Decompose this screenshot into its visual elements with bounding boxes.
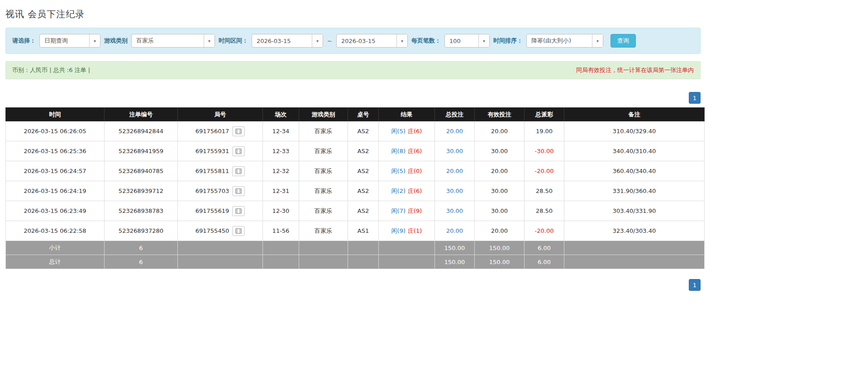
cell-valid-bet: 20.00 [475, 221, 525, 241]
summary-count: 6 [105, 241, 178, 255]
cell-session: 12-32 [263, 161, 299, 181]
cell-time: 2026-03-15 06:24:19 [6, 181, 105, 201]
cell-payout: 19.00 [525, 121, 564, 141]
column-header: 有效投注 [475, 108, 525, 121]
cell-game-type: 百家乐 [299, 121, 348, 141]
chevron-down-icon: ▾ [312, 34, 323, 47]
video-replay-icon[interactable] [232, 166, 245, 176]
total-bet-link[interactable]: 30.00 [446, 207, 463, 214]
date-to-select[interactable]: 2026-03-15 ▾ [336, 34, 408, 48]
summary-total-bet: 150.00 [435, 241, 475, 255]
cell-round-id: 691755619 [178, 201, 263, 221]
result-player: 闲(9) [391, 227, 405, 234]
result-player: 闲(5) [391, 128, 405, 135]
search-button[interactable]: 查询 [610, 34, 636, 48]
sort-value: 降幂(由大到小) [527, 34, 592, 47]
cell-note: 331.90/360.40 [564, 181, 705, 201]
summary-total-bet: 150.00 [435, 255, 475, 269]
cell-result: 闲(5)庄(0) [379, 161, 435, 181]
result-banker: 庄(0) [408, 168, 422, 174]
column-header: 注单编号 [105, 108, 178, 121]
summary-valid-bet: 150.00 [475, 255, 525, 269]
cell-round-id: 691755703 [178, 181, 263, 201]
summary-empty-cell [379, 255, 435, 269]
cell-session: 12-30 [263, 201, 299, 221]
pagination-page-1[interactable]: 1 [689, 92, 701, 104]
summary-label: 小计 [6, 241, 105, 255]
cell-time: 2026-03-15 06:23:49 [6, 201, 105, 221]
summary-empty-cell [379, 241, 435, 255]
cell-table-no: AS2 [348, 121, 379, 141]
result-banker: 庄(6) [408, 128, 422, 135]
cell-result: 闲(2)庄(6) [379, 181, 435, 201]
summary-row: 小计 6 150.00 150.00 6.00 [6, 241, 705, 255]
video-replay-icon[interactable] [232, 206, 245, 216]
cell-time: 2026-03-15 06:22:58 [6, 221, 105, 241]
sort-label: 时间排序： [493, 37, 523, 45]
chevron-down-icon: ▾ [592, 34, 603, 47]
summary-empty-cell [299, 255, 348, 269]
date-from-select[interactable]: 2026-03-15 ▾ [252, 34, 323, 48]
column-header: 总派彩 [525, 108, 564, 121]
summary-empty-cell [178, 241, 263, 255]
total-bet-link[interactable]: 20.00 [446, 168, 463, 174]
cell-bet-id: 523268939712 [105, 181, 178, 201]
total-bet-link[interactable]: 30.00 [446, 188, 463, 194]
page-container: 视讯 会员下注纪录 请选择： 日期查询 ▾ 游戏类别 百家乐 ▾ 时间区间： 2… [0, 0, 706, 291]
round-id-text: 691755811 [196, 167, 229, 174]
summary-row: 总计 6 150.00 150.00 6.00 [6, 255, 705, 269]
pagination-page-1[interactable]: 1 [689, 279, 701, 291]
sort-select[interactable]: 降幂(由大到小) ▾ [526, 34, 603, 48]
cell-session: 11-56 [263, 221, 299, 241]
query-type-select[interactable]: 日期查询 ▾ [39, 34, 100, 48]
total-bet-link[interactable]: 30.00 [446, 148, 463, 154]
video-replay-icon[interactable] [232, 186, 245, 196]
round-id-text: 691755619 [196, 207, 229, 214]
result-player: 闲(7) [391, 207, 405, 214]
total-bet-link[interactable]: 20.00 [446, 128, 463, 135]
summary-empty-cell [348, 255, 379, 269]
query-type-value: 日期查询 [40, 34, 89, 47]
column-header: 游戏类别 [299, 108, 348, 121]
total-bet-link[interactable]: 20.00 [446, 227, 463, 234]
table-row: 2026-03-15 06:24:19 523268939712 6917557… [6, 181, 705, 201]
result-banker: 庄(9) [408, 207, 422, 214]
range-separator: ~ [327, 38, 333, 44]
time-range-label: 时间区间： [219, 37, 248, 45]
cell-result: 闲(9)庄(1) [379, 221, 435, 241]
cell-total-bet: 30.00 [435, 181, 475, 201]
page-size-select[interactable]: 100 ▾ [444, 34, 490, 48]
cell-table-no: AS2 [348, 201, 379, 221]
video-replay-icon[interactable] [232, 126, 245, 136]
cell-round-id: 691755450 [178, 221, 263, 241]
cell-round-id: 691755931 [178, 141, 263, 161]
cell-game-type: 百家乐 [299, 201, 348, 221]
column-header: 场次 [263, 108, 299, 121]
cell-result: 闲(7)庄(9) [379, 201, 435, 221]
summary-empty-cell [299, 241, 348, 255]
summary-empty-cell [564, 255, 705, 269]
result-player: 闲(5) [391, 168, 405, 174]
cell-game-type: 百家乐 [299, 141, 348, 161]
game-type-label: 游戏类别 [104, 37, 128, 45]
cell-payout: 28.50 [525, 201, 564, 221]
chevron-down-icon: ▾ [89, 34, 100, 47]
cell-round-id: 691755811 [178, 161, 263, 181]
column-header: 总投注 [435, 108, 475, 121]
chevron-down-icon: ▾ [396, 34, 407, 47]
table-body: 2026-03-15 06:26:05 523268942844 6917560… [6, 121, 705, 269]
cell-total-bet: 20.00 [435, 161, 475, 181]
bet-records-table: 时间注单编号局号场次游戏类别桌号结果总投注有效投注总派彩备注 2026-03-1… [5, 107, 705, 269]
round-id-text: 691755450 [196, 227, 229, 234]
video-replay-icon[interactable] [232, 226, 245, 236]
cell-time: 2026-03-15 06:24:57 [6, 161, 105, 181]
cell-game-type: 百家乐 [299, 161, 348, 181]
cell-valid-bet: 20.00 [475, 161, 525, 181]
cell-total-bet: 30.00 [435, 201, 475, 221]
video-replay-icon[interactable] [232, 146, 245, 156]
game-type-select[interactable]: 百家乐 ▾ [131, 34, 215, 48]
summary-empty-cell [178, 255, 263, 269]
game-type-value: 百家乐 [132, 34, 204, 47]
summary-empty-cell [564, 241, 705, 255]
page-size-label: 每页笔数： [411, 37, 441, 45]
